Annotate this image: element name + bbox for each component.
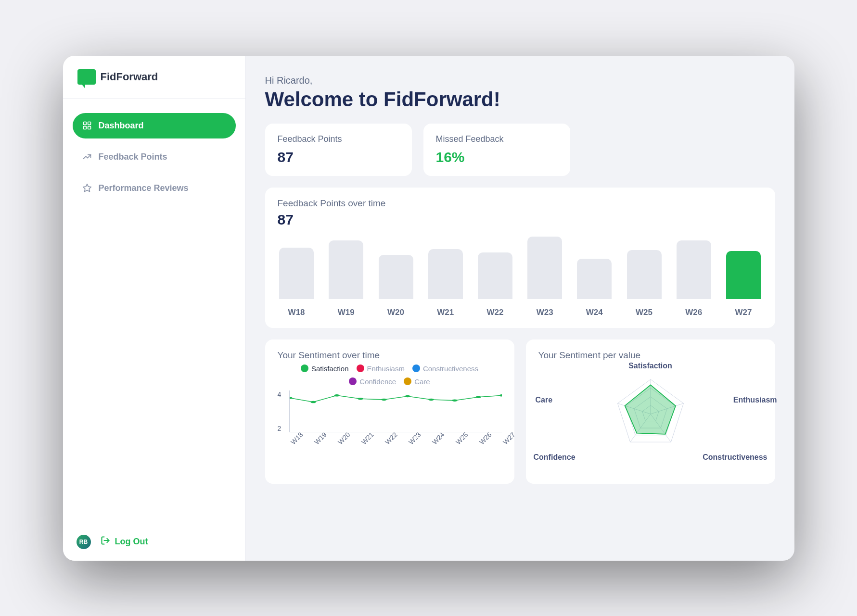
chart-sentiment-over-time: Your Sentiment over time SatisfactionEnt… [265, 339, 514, 484]
bar-label: W19 [338, 308, 355, 317]
bar-label: W27 [735, 308, 752, 317]
svg-point-10 [381, 398, 386, 400]
app-window: FidForward DashboardFeedback PointsPerfo… [63, 56, 794, 561]
legend-dot [412, 365, 420, 372]
legend-label: Confidence [359, 377, 396, 386]
svg-point-11 [405, 395, 410, 397]
sidebar-item-label: Performance Reviews [99, 183, 189, 193]
greeting-text: Hi Ricardo, [265, 75, 775, 86]
svg-rect-0 [83, 122, 86, 125]
bar[interactable] [577, 259, 612, 299]
legend-item-care[interactable]: Care [404, 377, 430, 386]
radar-chart: SatisfactionEnthusiasmConstructivenessCo… [538, 364, 763, 465]
svg-rect-3 [88, 126, 90, 129]
x-tick: W24 [431, 440, 436, 446]
chart-value: 87 [278, 212, 763, 228]
chart-feedback-over-time: Feedback Points over time 87 W18W19W20W2… [265, 188, 775, 328]
svg-rect-1 [88, 122, 90, 125]
bar-chart: W18W19W20W21W22W23W24W25W26W27 [278, 236, 763, 317]
x-tick: W23 [407, 440, 412, 446]
bar[interactable] [379, 255, 413, 299]
bar[interactable] [627, 250, 662, 299]
logout-button[interactable]: Log Out [101, 536, 148, 548]
sidebar-item-feedback-points[interactable]: Feedback Points [73, 144, 236, 170]
x-tick: W19 [313, 440, 318, 446]
bar-column: W22 [476, 252, 514, 317]
legend-item-enthusiasm[interactable]: Enthusiasm [357, 365, 405, 373]
svg-point-9 [358, 397, 363, 399]
svg-point-7 [310, 401, 316, 402]
logout-icon [101, 536, 110, 548]
bar[interactable] [279, 248, 314, 299]
bar-column: W20 [377, 255, 415, 317]
sidebar-nav: DashboardFeedback PointsPerformance Revi… [63, 99, 245, 523]
svg-point-8 [334, 394, 339, 396]
logout-label: Log Out [115, 537, 148, 547]
legend-label: Satisfaction [311, 365, 349, 373]
legend-item-constructiveness[interactable]: Constructiveness [412, 365, 478, 373]
bar[interactable] [329, 240, 363, 299]
svg-point-14 [475, 396, 481, 398]
avatar[interactable]: RB [77, 535, 91, 549]
bar[interactable] [428, 249, 463, 299]
chart-sentiment-per-value: Your Sentiment per value SatisfactionEnt… [526, 339, 775, 484]
stat-value: 87 [278, 149, 399, 165]
bar-column: W26 [675, 240, 713, 317]
svg-rect-2 [83, 126, 86, 129]
svg-marker-4 [83, 184, 91, 192]
bar-column: W27 [724, 251, 762, 317]
x-tick: W26 [478, 440, 483, 446]
radar-axis-label: Confidence [534, 453, 576, 462]
svg-point-13 [452, 399, 457, 401]
stat-value: 16% [436, 149, 558, 165]
legend-dot [301, 365, 308, 372]
sidebar-item-label: Dashboard [99, 121, 144, 131]
stat-title: Missed Feedback [436, 134, 558, 144]
legend-label: Enthusiasm [367, 365, 405, 373]
y-tick: 2 [278, 425, 287, 432]
bar-column: W25 [625, 250, 663, 317]
sidebar-item-dashboard[interactable]: Dashboard [73, 113, 236, 138]
bar[interactable] [527, 237, 562, 299]
y-axis-ticks: 4 2 [278, 390, 287, 432]
radar-axis-label: Satisfaction [628, 362, 672, 370]
brand-name: FidForward [101, 71, 158, 83]
stat-title: Feedback Points [278, 134, 399, 144]
bar-label: W26 [685, 308, 702, 317]
sidebar: FidForward DashboardFeedback PointsPerfo… [63, 56, 246, 561]
x-axis-ticks: W18W19W20W21W22W23W24W25W26W27 [289, 440, 502, 448]
line-chart: 4 2 W18W19W20W21W22W23W24W25W26W27 [278, 390, 502, 446]
sidebar-item-performance-reviews[interactable]: Performance Reviews [73, 176, 236, 201]
logo-icon [77, 69, 96, 85]
bar-column: W24 [576, 259, 614, 317]
chart-title: Feedback Points over time [278, 198, 763, 209]
y-tick: 4 [278, 390, 287, 398]
trend-up-icon [82, 152, 92, 162]
bar-label: W24 [586, 308, 603, 317]
bar-column: W18 [278, 248, 316, 317]
radar-axis-label: Enthusiasm [733, 396, 777, 404]
star-icon [82, 183, 92, 193]
sidebar-item-label: Feedback Points [99, 152, 167, 162]
bar[interactable] [677, 240, 711, 299]
x-tick: W25 [454, 440, 460, 446]
x-tick: W21 [360, 440, 365, 446]
legend-item-satisfaction[interactable]: Satisfaction [301, 365, 349, 373]
bar-label: W21 [437, 308, 454, 317]
x-tick: W18 [289, 440, 294, 446]
legend-dot [349, 377, 357, 385]
main-content: Hi Ricardo, Welcome to FidForward! Feedb… [246, 56, 794, 561]
chart-row: Your Sentiment over time SatisfactionEnt… [265, 339, 775, 484]
dashboard-icon [82, 121, 92, 130]
x-tick: W20 [336, 440, 342, 446]
welcome-heading: Welcome to FidForward! [265, 88, 775, 111]
x-tick: W22 [384, 440, 389, 446]
bar-label: W22 [486, 308, 503, 317]
bar[interactable] [478, 252, 512, 299]
legend-item-confidence[interactable]: Confidence [349, 377, 396, 386]
radar-axis-label: Constructiveness [703, 453, 767, 462]
stat-card-feedback-points: Feedback Points 87 [265, 124, 412, 176]
radar-axis-label: Care [536, 396, 553, 404]
plot-area [289, 390, 502, 432]
bar[interactable] [726, 251, 761, 299]
